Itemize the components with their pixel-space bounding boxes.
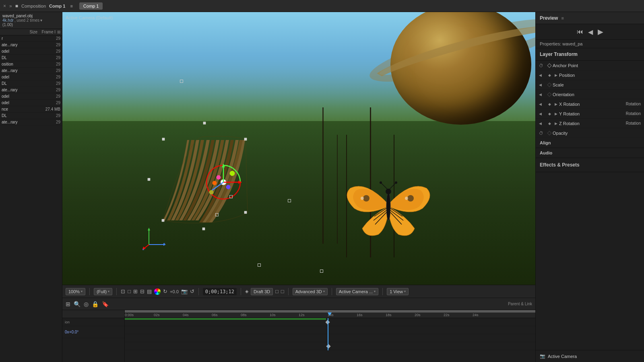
rewind-button[interactable]: ⏮ [577,28,583,35]
col-frame-header[interactable]: Frame I [37,30,56,34]
viewport[interactable]: Active Camera (Default) [62,12,535,285]
renderer-control[interactable]: Draft 3D [251,288,273,295]
timeline-settings-icon[interactable]: ⊞ [66,301,70,307]
time-18s: 18s [386,313,392,317]
track-row-2[interactable] [125,326,535,334]
timecode[interactable]: 0;00;13;12 [203,288,237,295]
show-channel-icon[interactable]: ⊞ [133,288,138,294]
file1-label[interactable]: waved_panel.obj [2,14,60,18]
opacity-stopwatch[interactable]: ⏱ [539,131,545,136]
y-rotation-stopwatch[interactable]: ◀ [539,112,545,116]
opacity-row[interactable]: ⏱ Opacity [536,128,644,138]
scale-stopwatch[interactable]: ◀ [539,83,545,87]
panel-arrow[interactable]: » [9,3,12,9]
list-item[interactable]: nce 27.4 MB [0,106,62,113]
time-6s: 06s [212,313,218,317]
anchor-keyframe[interactable] [547,63,552,68]
transform-gizmo[interactable] [199,158,248,206]
rotation-icon[interactable]: ↻ [163,288,167,294]
track-row-3[interactable] [125,334,535,342]
list-item[interactable]: DL 29 [0,113,62,119]
orientation-keyframe[interactable] [547,92,552,97]
y-rotation-keyframe-nav[interactable]: ◆ [547,111,552,116]
active-camera-control[interactable]: Active Camera ... ▾ [336,288,378,295]
undo-icon[interactable]: ↺ [190,288,194,294]
z-rotation-row[interactable]: ◀ ◆ ▶ Z Rotation Rotation [536,119,644,128]
timeline-ruler[interactable]: 0:00s 02s 04s 06s 08s 10s 12s 14s 16s 18… [125,310,535,318]
pixel-aspect-icon[interactable]: ▤ [147,288,152,294]
orientation-row[interactable]: ◀ Orientation [536,90,644,99]
x-rotation-row[interactable]: ◀ ◆ ▶ X Rotation Rotation [536,99,644,109]
render-setting-icon[interactable]: □ [275,288,279,294]
orientation-stopwatch[interactable]: ◀ [539,93,545,97]
svg-rect-4 [203,122,206,124]
rotation-value[interactable]: 0x+0.0° [65,330,78,334]
comp-tab[interactable]: Comp 1 [79,2,103,10]
play-button[interactable]: ▶ [598,27,603,36]
scale-keyframe[interactable] [547,82,552,87]
playhead-triangle[interactable] [328,313,332,316]
keyframe-2[interactable] [326,344,330,348]
anchor-point-row[interactable]: ⏱ Anchor Point [536,61,644,70]
close-icon[interactable]: × [3,3,6,9]
render-setting2-icon[interactable]: □ [281,288,284,294]
active-camera-label[interactable]: Active Camera [548,354,577,359]
track-row-4[interactable] [125,342,535,350]
list-item[interactable]: ate...rary 29 [0,87,62,93]
list-item[interactable]: ate...rary 29 [0,68,62,74]
position-keyframe-nav-right[interactable]: ▶ [553,73,558,78]
list-item[interactable]: r 29 [0,35,62,42]
preview-header: Preview ≡ [536,12,644,24]
y-rotation-keyframe-nav2[interactable]: ▶ [553,111,558,116]
x-rotation-keyframe-nav2[interactable]: ▶ [553,102,558,107]
z-rotation-keyframe-nav[interactable]: ◆ [547,121,552,126]
timeline-search-icon[interactable]: 🔍 [74,301,80,307]
menu-icon[interactable]: ≡ [70,4,72,8]
opacity-keyframe[interactable] [547,131,552,136]
list-item[interactable]: DL 29 [0,80,62,87]
preview-menu-icon[interactable]: ≡ [561,16,564,21]
list-item[interactable]: ate...rary 29 [0,42,62,48]
list-item[interactable]: odel 29 [0,48,62,55]
x-rotation-keyframe-nav[interactable]: ◆ [547,102,552,107]
x-rotation-stopwatch[interactable]: ◀ [539,102,545,106]
list-item[interactable]: odel 29 [0,93,62,100]
fit-to-frame-icon[interactable]: ⊡ [121,288,125,294]
timeline-bookmark-icon[interactable]: 🔖 [102,301,109,307]
effects-presets-section[interactable]: Effects & Presets [536,158,644,172]
audio-section[interactable]: Audio [536,148,644,158]
color-picker-icon[interactable] [154,288,161,295]
position-row[interactable]: ◀ ◆ ▶ Position [536,70,644,80]
3d-renderer-icon[interactable]: ◈ [245,289,248,294]
layer-transform-section[interactable]: Layer Transform [536,48,644,61]
scale-label: Scale [553,82,641,87]
view-control[interactable]: 1 View ▾ [387,288,409,295]
zoom-control[interactable]: 100% ▾ [66,288,85,295]
y-rotation-row[interactable]: ◀ ◆ ▶ Y Rotation Rotation [536,109,644,119]
col-name [2,30,15,34]
timeline-lock-icon[interactable]: 🔒 [92,301,99,307]
list-item[interactable]: osition 29 [0,61,62,68]
z-rotation-keyframe-nav2[interactable]: ▶ [553,121,558,126]
z-rotation-stopwatch[interactable]: ◀ [539,121,545,125]
col-size-header[interactable]: Size [15,30,37,34]
list-item[interactable]: odel 29 [0,74,62,80]
renderer-mode-control[interactable]: Advanced 3D ▾ [293,288,328,295]
list-item[interactable]: DL 29 [0,55,62,61]
camera-icon[interactable]: 📷 [181,288,188,294]
resolution-control[interactable]: (Full) ▾ [94,288,112,295]
position-keyframe-nav-left[interactable]: ◆ [547,73,552,78]
list-item[interactable]: ate...rary 29 [0,119,62,125]
snapshot-icon[interactable]: □ [128,288,131,294]
transparency-icon[interactable]: ⊟ [140,288,144,294]
stopwatch-icon[interactable]: ⏱ [539,63,545,68]
list-item[interactable]: odel 29 [0,100,62,106]
position-stopwatch[interactable]: ◀ [539,73,545,77]
butterfly-object[interactable] [338,164,439,245]
scale-row[interactable]: ◀ Scale [536,80,644,90]
prev-frame-button[interactable]: ◀ [588,28,593,36]
center-area: Active Camera (Default) 100% ▾ (Full) ▾ … [62,12,535,362]
timeline-solo-icon[interactable]: ◎ [84,301,89,307]
align-section[interactable]: Align [536,138,644,148]
svg-point-17 [226,185,230,189]
